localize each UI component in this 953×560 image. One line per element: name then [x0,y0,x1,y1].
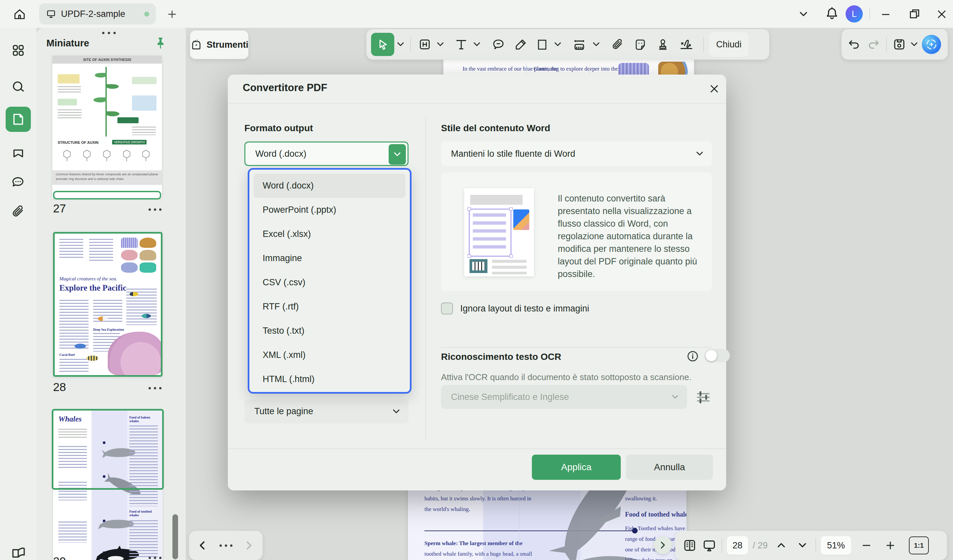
caption-bar: Common features shared by these compound… [53,170,162,185]
option-excel[interactable]: Excel (.xlsx) [254,222,405,246]
bookmarks-icon[interactable] [6,141,31,166]
measure-tool-chevron-icon[interactable] [591,39,601,50]
header-tool-button[interactable] [416,33,434,56]
search-icon[interactable] [6,74,31,99]
format-select[interactable]: Word (.docx) [244,141,408,166]
next-page-icon[interactable] [797,540,808,551]
more-options-icon[interactable] [149,557,161,559]
text-tool-chevron-icon[interactable] [472,39,482,50]
annotation-box-mock [117,117,139,123]
option-csv[interactable]: CSV (.csv) [254,271,405,295]
current-page-input[interactable]: 28 [727,536,748,555]
comment-tool-button[interactable] [488,33,509,56]
avatar[interactable]: L [846,5,863,23]
attachments-icon[interactable] [6,199,31,224]
info-icon[interactable] [686,350,699,363]
save-icon[interactable] [892,37,906,52]
home-icon[interactable] [12,7,26,21]
more-options-icon[interactable] [149,387,161,389]
previous-page-icon[interactable] [776,540,787,551]
dialog-close-icon[interactable] [708,82,720,95]
option-rtf[interactable]: RTF (.rtf) [254,295,405,319]
text-tool-button[interactable] [452,33,470,56]
chiudi-button[interactable]: Chiudi [709,32,748,57]
option-label: Testo (.txt) [262,326,304,336]
annotation-box-mock [132,96,157,111]
pencil-tool-button[interactable] [510,33,532,56]
option-word[interactable]: Word (.docx) [254,174,405,198]
minimize-icon[interactable] [879,8,892,20]
ai-assistant-button[interactable] [922,35,941,54]
shape-tool-chevron-icon[interactable] [553,39,563,50]
two-page-view-icon[interactable] [683,538,697,553]
reader-mode-icon[interactable] [6,540,31,560]
chiudi-label: Chiudi [716,39,742,50]
save-chevron-icon[interactable] [909,39,919,50]
document-tab[interactable]: UPDF-2-sample [39,3,156,25]
select-tool-chevron-icon[interactable] [396,39,405,50]
shape-tool-button[interactable] [533,33,551,56]
history-forward-icon[interactable] [244,540,255,551]
panel-scrollbar[interactable] [172,514,178,559]
page-thumbnail-28[interactable]: Magical creatures of the sea. Explore th… [53,232,163,377]
presentation-mode-icon[interactable] [702,538,717,553]
close-window-icon[interactable] [935,8,948,21]
format-select-chevron-button[interactable] [389,144,406,165]
undo-icon[interactable] [847,37,861,51]
chevron-right-icon [658,540,667,550]
stamp-tool-button[interactable] [652,33,674,56]
option-html[interactable]: HTML (.html) [254,367,405,391]
collapse-toolbar-icon[interactable] [798,9,809,20]
header-tool-chevron-icon[interactable] [435,39,445,50]
molecule-row-mock [57,147,157,167]
ignore-layout-checkbox[interactable] [441,303,453,314]
strumenti-button[interactable]: Strumenti [190,31,248,59]
comments-icon[interactable] [6,170,31,195]
ignore-layout-row[interactable]: Ignora layout di testo e immagini [441,303,589,314]
gray-lines [492,260,526,274]
redo-icon[interactable] [867,37,881,51]
ocr-settings-sliders-icon[interactable] [695,389,712,406]
actual-size-button[interactable]: 1:1 [909,537,929,554]
restore-window-icon[interactable] [908,7,921,20]
option-image[interactable]: Immagine [254,246,405,271]
word-style-select[interactable]: Mantieni lo stile fluente di Word [441,141,712,166]
page-number-label: 29 [53,555,66,560]
measure-tool-button[interactable] [569,33,590,56]
cancel-button[interactable]: Annulla [626,455,713,480]
signature-tool-button[interactable] [675,33,698,56]
option-text[interactable]: Testo (.txt) [254,319,405,343]
toolbox-icon [190,38,203,51]
sticker-tool-button[interactable] [630,33,651,56]
text-lines-mock [93,300,123,324]
more-pages-icon[interactable] [219,545,233,547]
notifications-bell-icon[interactable] [824,6,840,22]
apply-button[interactable]: Applica [532,455,621,480]
zoom-level-button[interactable]: 51% [821,536,851,555]
select-tool-button[interactable] [371,33,394,56]
option-xml[interactable]: XML (.xml) [254,343,405,367]
more-options-icon[interactable] [149,209,161,211]
new-tab-icon[interactable] [166,8,178,20]
page-range-select[interactable]: Tutte le pagine [244,399,408,424]
ocr-toggle[interactable] [705,349,730,362]
history-back-icon[interactable] [197,540,208,551]
apps-grid-icon[interactable] [6,38,31,63]
coral-grid-mock [121,238,156,273]
divider [722,538,722,553]
text-lines-mock [59,239,83,258]
illus-selected-block [469,209,511,257]
pin-icon[interactable] [153,36,168,50]
thumbnails-panel-icon[interactable] [6,107,31,132]
option-powerpoint[interactable]: PowerPoint (.pptx) [254,198,405,222]
panel-drag-handle[interactable] [102,32,116,34]
total-pages-label: / 29 [753,540,768,551]
attach-tool-button[interactable] [607,33,629,56]
column-divider [425,118,426,441]
float-next-button[interactable] [654,536,672,554]
divider [410,37,411,52]
zoom-in-icon[interactable] [884,540,896,551]
zoom-out-icon[interactable] [860,540,872,551]
page-thumbnail-27[interactable]: SITE OF AUXIN SYNTHESIS STRUCTURE OF AUX… [53,56,162,198]
badge-label: VERSATILE GROWTH [112,140,147,144]
